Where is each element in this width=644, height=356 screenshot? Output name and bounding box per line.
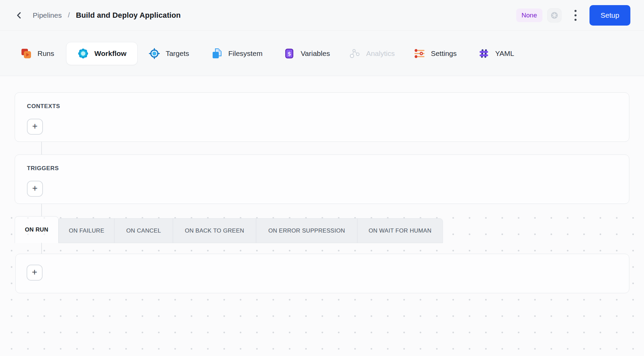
event-tab-label: ON FAILURE <box>69 227 104 234</box>
header-actions: None Setup <box>516 5 630 26</box>
event-tab-on-back-to-green[interactable]: ON BACK TO GREEN <box>173 219 256 243</box>
runs-icon <box>20 48 32 59</box>
event-tab-label: ON RUN <box>25 226 48 233</box>
tab-yaml[interactable]: YAML <box>478 48 514 59</box>
analytics-icon <box>349 48 361 59</box>
event-tab-on-wait-for-human[interactable]: ON WAIT FOR HUMAN <box>357 219 443 243</box>
tab-workflow[interactable]: Workflow <box>66 42 138 65</box>
kebab-icon <box>574 10 577 12</box>
event-tab-on-failure[interactable]: ON FAILURE <box>59 219 114 243</box>
event-tab-on-cancel[interactable]: ON CANCEL <box>114 219 173 243</box>
add-context-button[interactable]: + <box>27 119 43 135</box>
asterisk-icon <box>550 11 559 20</box>
tab-label: Targets <box>166 49 189 58</box>
tab-label: Filesystem <box>228 49 262 58</box>
plus-icon: + <box>32 184 38 193</box>
back-icon <box>15 11 24 20</box>
more-menu-button[interactable] <box>571 8 580 23</box>
status-badge[interactable]: None <box>516 9 542 22</box>
targets-icon <box>149 48 160 59</box>
event-tab-label: ON BACK TO GREEN <box>185 227 244 234</box>
workflow-canvas: CONTEXTS + TRIGGERS + ON RUN ON FAILURE … <box>0 76 644 356</box>
event-tab-label: ON ERROR SUPPRESSION <box>268 227 345 234</box>
svg-text:$: $ <box>288 50 291 57</box>
header: Pipelines / Build and Deploy Application… <box>0 0 644 31</box>
tab-label: Variables <box>301 49 330 58</box>
tab-label: Settings <box>431 49 457 58</box>
event-tab-label: ON CANCEL <box>126 227 161 234</box>
triggers-panel: TRIGGERS + <box>15 154 629 204</box>
contexts-label: CONTEXTS <box>27 103 629 110</box>
filesystem-icon <box>211 48 223 59</box>
event-tabs: ON FAILURE ON CANCEL ON BACK TO GREEN ON… <box>59 218 443 243</box>
triggers-label: TRIGGERS <box>27 165 629 172</box>
breadcrumb: Pipelines / Build and Deploy Application <box>33 11 181 20</box>
breadcrumb-separator: / <box>68 11 70 19</box>
event-tab-on-error-suppression[interactable]: ON ERROR SUPPRESSION <box>256 219 357 243</box>
back-button[interactable] <box>13 9 25 21</box>
event-tab-label: ON WAIT FOR HUMAN <box>369 227 432 234</box>
tab-label: Runs <box>37 49 54 58</box>
tab-label: Analytics <box>366 49 395 58</box>
plus-icon: + <box>32 268 37 277</box>
workflow-icon <box>77 48 89 59</box>
yaml-icon <box>478 48 490 59</box>
tab-label: Workflow <box>94 49 126 58</box>
contexts-panel: CONTEXTS + <box>15 92 629 142</box>
connector-line <box>41 142 42 154</box>
tab-analytics: Analytics <box>349 48 395 59</box>
add-step-button[interactable]: + <box>27 265 43 281</box>
plus-icon: + <box>32 122 38 131</box>
add-trigger-button[interactable]: + <box>27 181 43 197</box>
tab-variables[interactable]: $ Variables <box>283 48 330 59</box>
tab-label: YAML <box>495 49 514 58</box>
tab-targets[interactable]: Targets <box>149 48 189 59</box>
pipeline-editor: Pipelines / Build and Deploy Application… <box>0 0 644 356</box>
tab-runs[interactable]: Runs <box>20 48 54 59</box>
connector-line <box>41 204 42 217</box>
tab-filesystem[interactable]: Filesystem <box>211 48 262 59</box>
variables-icon: $ <box>283 48 295 59</box>
event-tab-on-run[interactable]: ON RUN <box>15 216 59 243</box>
setup-button[interactable]: Setup <box>589 5 630 26</box>
settings-icon <box>414 48 425 59</box>
connector-line <box>41 242 42 254</box>
main-tabs: Runs Workflow <box>0 31 644 76</box>
asterisk-chip-button[interactable] <box>547 8 562 23</box>
page-title: Build and Deploy Application <box>76 11 181 20</box>
breadcrumb-pipelines[interactable]: Pipelines <box>33 11 62 19</box>
tab-settings[interactable]: Settings <box>414 48 457 59</box>
steps-panel: + <box>15 254 629 293</box>
